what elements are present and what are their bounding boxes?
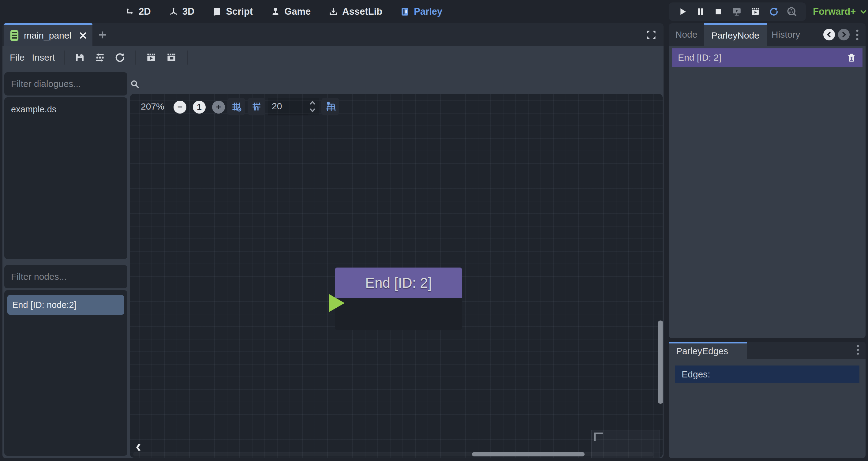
nodes-list: End [ID: node:2] xyxy=(4,290,127,456)
script-icon xyxy=(212,7,222,17)
grid-size-value: 20 xyxy=(272,101,282,112)
close-icon[interactable] xyxy=(79,31,87,40)
dialogues-list: example.ds xyxy=(4,97,127,259)
search-icon xyxy=(130,79,140,89)
tab-history[interactable]: History xyxy=(767,23,805,46)
renderer-selector[interactable]: Forward+ xyxy=(813,0,867,23)
menubar-separator xyxy=(135,51,135,65)
tab-node[interactable]: Node xyxy=(669,23,704,46)
workspace-tab-script[interactable]: Script xyxy=(212,6,253,17)
edges-tab-bar: ParleyEdges xyxy=(669,342,866,359)
move-3d-icon xyxy=(168,7,179,17)
workspace-tab-game[interactable]: Game xyxy=(271,6,311,17)
tab-nav xyxy=(823,29,850,40)
graph-node-end-body[interactable] xyxy=(335,298,462,330)
spinbox-underline xyxy=(268,115,308,115)
inspector-panel: Node ParleyNode History End [ID: 2] xyxy=(669,23,866,458)
workspace-tab-label: 3D xyxy=(182,6,195,17)
edges-header: Edges: xyxy=(675,366,860,383)
workspace-tab-parley[interactable]: Parley xyxy=(400,6,442,17)
stop-icon[interactable] xyxy=(713,7,723,17)
main-editor-region: main_panel File Insert xyxy=(2,23,663,458)
grid-size-spinbox[interactable]: 20 xyxy=(268,98,319,115)
parleyedges-panel: Edges: xyxy=(669,359,866,458)
grid-snap-icon xyxy=(230,101,242,112)
tab-label: main_panel xyxy=(24,30,71,41)
node-list-item-selected[interactable]: End [ID: node:2] xyxy=(7,295,124,315)
dialogues-filter xyxy=(4,72,127,95)
selected-node-label: End [ID: 2] xyxy=(678,52,721,63)
workspace-tab-label: Game xyxy=(284,6,311,17)
zoom-in-button[interactable]: + xyxy=(212,101,225,114)
trash-icon[interactable] xyxy=(846,53,856,62)
nodes-filter xyxy=(4,265,127,288)
workspace-tab-3d[interactable]: 3D xyxy=(168,6,195,17)
spinner-arrows[interactable] xyxy=(308,99,317,114)
tab-next-button[interactable] xyxy=(838,29,850,40)
workspace-tab-label: Parley xyxy=(414,6,442,17)
zoom-reset-button[interactable]: 1 xyxy=(193,101,206,114)
play-icon[interactable] xyxy=(678,7,687,17)
workspace-tab-assetlib[interactable]: AssetLib xyxy=(329,6,382,17)
node-input-port[interactable] xyxy=(329,294,345,312)
playback-controls xyxy=(669,2,806,21)
zoom-out-button[interactable]: − xyxy=(174,101,186,114)
zoom-percent-label: 207% xyxy=(141,101,164,112)
grid-magnet-toggle[interactable] xyxy=(248,98,266,115)
dialogue-sequence-icon xyxy=(10,30,19,41)
nodes-filter-input[interactable] xyxy=(10,271,130,282)
menu-file[interactable]: File xyxy=(6,52,28,63)
renderer-label: Forward+ xyxy=(813,6,856,17)
expand-icon[interactable] xyxy=(646,29,657,40)
dialogues-filter-input[interactable] xyxy=(10,79,130,89)
chevron-down-icon xyxy=(860,8,867,16)
parley-menubar: File Insert xyxy=(2,46,663,69)
play-remote-icon[interactable] xyxy=(732,6,742,17)
sidebar-collapse-button[interactable]: ‹ xyxy=(131,436,146,455)
workspace-tab-label: Script xyxy=(226,6,253,17)
parleynode-inspector: End [ID: 2] xyxy=(669,46,866,338)
top-bar: 2D 3D Script Game xyxy=(0,0,868,23)
move-2d-icon xyxy=(125,7,135,17)
selected-node-header[interactable]: End [ID: 2] xyxy=(672,49,863,67)
test-dialogue-icon[interactable] xyxy=(145,52,157,63)
movie-maker-icon[interactable] xyxy=(750,6,761,17)
workspace-tab-label: 2D xyxy=(138,6,151,17)
grid-snap-toggle[interactable] xyxy=(227,98,245,115)
menubar-separator xyxy=(187,51,188,65)
graph-node-end-header[interactable]: End [ID: 2] xyxy=(335,268,462,298)
editor-tab-strip: main_panel xyxy=(2,23,663,46)
graph-canvas[interactable]: 207% − 1 + 20 xyxy=(130,94,663,458)
movie-reel-icon[interactable] xyxy=(786,6,797,17)
assetlib-icon xyxy=(329,7,338,17)
tab-main-panel[interactable]: main_panel xyxy=(4,23,92,46)
menubar-separator xyxy=(64,51,65,65)
tab-parleyedges[interactable]: ParleyEdges xyxy=(669,342,747,359)
dialogue-list-item[interactable]: example.ds xyxy=(4,100,127,119)
menu-insert[interactable]: Insert xyxy=(28,52,58,63)
reload-icon[interactable] xyxy=(769,7,778,17)
tab-prev-button[interactable] xyxy=(823,29,835,40)
canvas-vscrollbar[interactable] xyxy=(658,320,663,404)
refresh-icon[interactable] xyxy=(114,52,125,63)
pause-icon[interactable] xyxy=(696,7,706,17)
minimap-corner-marker xyxy=(594,433,596,441)
new-tab-button[interactable] xyxy=(97,29,108,41)
kebab-menu-icon[interactable] xyxy=(852,28,863,42)
kebab-menu-icon[interactable] xyxy=(853,344,863,356)
parley-main-panel: File Insert xyxy=(2,46,663,458)
grid-minimap-icon xyxy=(324,101,336,112)
test-dialogue-scene-icon[interactable] xyxy=(165,52,177,63)
arrange-nodes-icon[interactable] xyxy=(94,52,105,63)
tab-parleynode[interactable]: ParleyNode xyxy=(704,23,767,46)
workspace-tabs: 2D 3D Script Game xyxy=(125,0,442,23)
godot-editor-window: 2D 3D Script Game xyxy=(0,0,868,461)
canvas-hscrollbar[interactable] xyxy=(472,452,585,456)
workspace-tab-2d[interactable]: 2D xyxy=(125,6,151,17)
save-icon[interactable] xyxy=(74,52,85,63)
game-icon xyxy=(271,7,280,17)
parley-icon xyxy=(400,7,410,17)
minimap-toggle[interactable] xyxy=(321,98,339,115)
workspace-tab-label: AssetLib xyxy=(342,6,382,17)
inspector-tab-bar: Node ParleyNode History xyxy=(669,23,866,46)
